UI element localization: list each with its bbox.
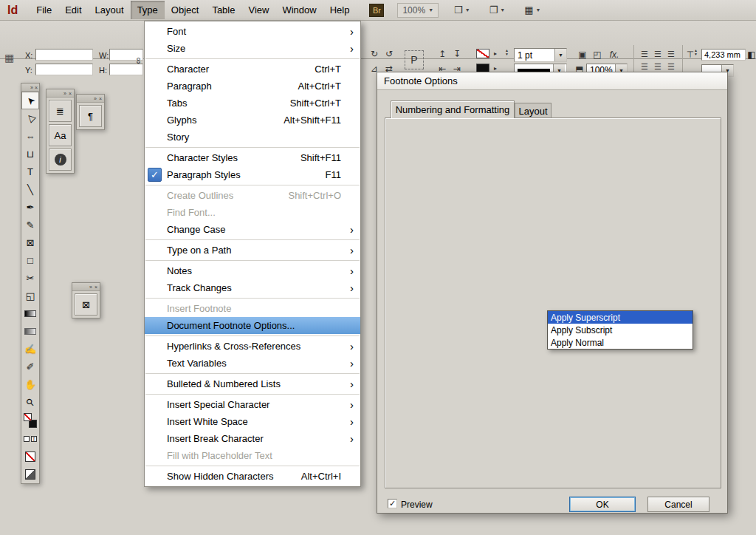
panel-collapse-icon[interactable]: » — [63, 91, 66, 96]
tab-layout[interactable]: Layout — [515, 103, 551, 118]
line-tool[interactable]: ╲ — [21, 180, 39, 198]
zoom-level-combo[interactable]: 100% ▼ — [397, 3, 439, 18]
free-transform-tool[interactable]: ◱ — [21, 287, 39, 304]
menu-item-size[interactable]: Size› — [145, 40, 360, 57]
menu-item-notes[interactable]: Notes› — [145, 262, 360, 279]
gap-tool[interactable]: ⇔ — [21, 127, 39, 145]
gradient-feather-tool[interactable] — [21, 322, 39, 340]
dialog-title-bar[interactable]: Footnote Options — [377, 72, 727, 90]
preview-checkbox[interactable]: ✓ — [388, 499, 397, 508]
menu-item-character[interactable]: CharacterCtrl+T — [145, 61, 360, 78]
x-input[interactable] — [35, 49, 93, 61]
menu-table[interactable]: Table — [205, 1, 241, 19]
menu-item-track-changes[interactable]: Track Changes› — [145, 279, 360, 296]
menu-item-story[interactable]: Story — [145, 129, 360, 146]
tools-panel-header[interactable]: » × — [21, 84, 39, 92]
tab-numbering-and-formatting[interactable]: Numbering and Formatting — [391, 100, 515, 118]
menu-item-document-footnote-options[interactable]: Document Footnote Options... — [145, 317, 360, 334]
align-left-icon[interactable]: ☰ — [638, 48, 651, 61]
screen-mode-toggle[interactable] — [21, 466, 39, 483]
panel-collapse-icon[interactable]: » — [89, 284, 92, 290]
info-panel-button[interactable]: i — [49, 149, 72, 171]
panel-close-icon[interactable]: × — [35, 85, 38, 90]
menu-item-tabs[interactable]: TabsShift+Ctrl+T — [145, 95, 360, 112]
dropdown-option-apply-normal[interactable]: Apply Normal — [548, 336, 693, 349]
arrange-documents-button[interactable]: ▦ ▼ — [520, 3, 544, 17]
menu-item-type-on-a-path[interactable]: Type on a Path› — [145, 242, 360, 259]
corner-options-icon[interactable]: ◰ — [591, 48, 604, 61]
measure-input[interactable] — [701, 49, 746, 61]
view-options-button[interactable]: ❒ ▼ — [450, 3, 474, 17]
menu-view[interactable]: View — [241, 1, 275, 19]
menu-item-font[interactable]: Font› — [145, 23, 360, 40]
panel-close-icon[interactable]: × — [94, 284, 97, 290]
menu-help[interactable]: Help — [323, 1, 357, 19]
stroke-weight-combo[interactable]: 1 pt ▼ — [514, 48, 567, 62]
measure-spinner[interactable]: ▲▼ — [694, 49, 698, 56]
y-input[interactable] — [35, 64, 93, 75]
menu-file[interactable]: File — [30, 1, 58, 19]
menu-item-character-styles[interactable]: Character StylesShift+F11 — [145, 149, 360, 166]
gradient-swatch-tool[interactable] — [21, 304, 39, 322]
panel-header[interactable]: » × — [72, 283, 100, 291]
scissors-tool[interactable]: ✂ — [21, 269, 39, 287]
menu-item-bulleted-numbered-lists[interactable]: Bulleted & Numbered Lists› — [145, 375, 360, 392]
apply-none-button[interactable] — [21, 448, 39, 466]
bridge-button[interactable]: Br — [369, 4, 384, 17]
panel-collapse-icon[interactable]: » — [30, 85, 33, 90]
h-input[interactable] — [109, 64, 143, 75]
reference-point-proxy-icon[interactable]: ▦ — [4, 52, 14, 64]
spin-down-icon[interactable]: ▼ — [505, 52, 509, 56]
screen-mode-button[interactable]: ❐ ▼ — [486, 3, 509, 17]
menu-item-insert-break-character[interactable]: Insert Break Character› — [145, 430, 360, 447]
constrain-proportions-icon[interactable]: ∞ — [134, 56, 144, 65]
menu-type[interactable]: Type — [131, 1, 165, 19]
rectangle-tool[interactable]: □ — [21, 251, 39, 269]
panel-collapse-icon[interactable]: » — [94, 96, 97, 101]
fx-icon[interactable]: fx. — [607, 48, 622, 61]
menu-window[interactable]: Window — [275, 1, 323, 19]
eyedropper-tool[interactable]: ✐ — [21, 358, 39, 375]
type-tool[interactable]: T — [21, 163, 39, 180]
direct-selection-tool[interactable]: ▷ — [21, 109, 39, 127]
fill-flyout-icon[interactable]: ▸ — [492, 48, 499, 58]
cancel-button[interactable]: Cancel — [647, 497, 709, 512]
menu-item-insert-special-character[interactable]: Insert Special Character› — [145, 396, 360, 413]
menu-item-glyphs[interactable]: GlyphsAlt+Shift+F11 — [145, 112, 360, 129]
frame-panel-button[interactable]: ⊠ — [75, 293, 97, 316]
menu-item-text-variables[interactable]: Text Variables› — [145, 355, 360, 372]
spin-down-icon[interactable]: ▼ — [694, 52, 698, 56]
rectangle-frame-tool[interactable]: ⊠ — [21, 234, 39, 251]
align-bottom-icon[interactable]: ↧ — [450, 47, 464, 61]
panel-header[interactable]: » × — [47, 89, 74, 98]
panel-header[interactable]: » × — [77, 95, 104, 103]
hand-tool[interactable]: ✋ — [21, 375, 39, 393]
align-center-icon[interactable]: ☰ — [651, 48, 664, 61]
fill-stroke-swatches[interactable] — [21, 411, 39, 430]
dropdown-option-apply-superscript[interactable]: Apply Superscript — [548, 311, 693, 324]
align-right-icon[interactable]: ☰ — [664, 48, 678, 61]
menu-item-paragraph[interactable]: ParagraphAlt+Ctrl+T — [145, 78, 360, 95]
align-top-icon[interactable]: ↥ — [436, 47, 449, 61]
pen-tool[interactable]: ✒ — [21, 198, 39, 216]
note-tool[interactable]: ✍ — [21, 340, 39, 358]
chevron-down-icon[interactable]: ▼ — [554, 49, 566, 61]
formatting-affects-toggle[interactable]: T — [21, 430, 39, 448]
content-collector-tool[interactable]: ⊔ — [21, 145, 39, 163]
menu-edit[interactable]: Edit — [58, 1, 88, 19]
menu-item-show-hidden-characters[interactable]: Show Hidden CharactersAlt+Ctrl+I — [145, 468, 360, 485]
stroke-weight-spinner[interactable]: ▲▼ — [505, 49, 509, 56]
rotate-cw-icon[interactable]: ↻ — [368, 47, 381, 61]
paragraph-marker-icon[interactable]: P — [405, 50, 424, 69]
ok-button[interactable]: OK — [569, 497, 636, 512]
pencil-tool[interactable]: ✎ — [21, 216, 39, 234]
panel-close-icon[interactable]: × — [69, 91, 72, 96]
character-styles-panel-button[interactable]: Aa — [49, 124, 72, 146]
menu-layout[interactable]: Layout — [89, 1, 131, 19]
fill-swatch-none[interactable] — [476, 49, 489, 58]
paragraph-panel-button[interactable]: ¶ — [79, 105, 102, 127]
menu-item-hyperlinks-cross-references[interactable]: Hyperlinks & Cross-References› — [145, 338, 360, 355]
panel-close-icon[interactable]: × — [99, 96, 102, 101]
menu-item-insert-white-space[interactable]: Insert White Space› — [145, 413, 360, 430]
panel-dock-toggle-icon[interactable]: ◧ — [747, 48, 756, 61]
